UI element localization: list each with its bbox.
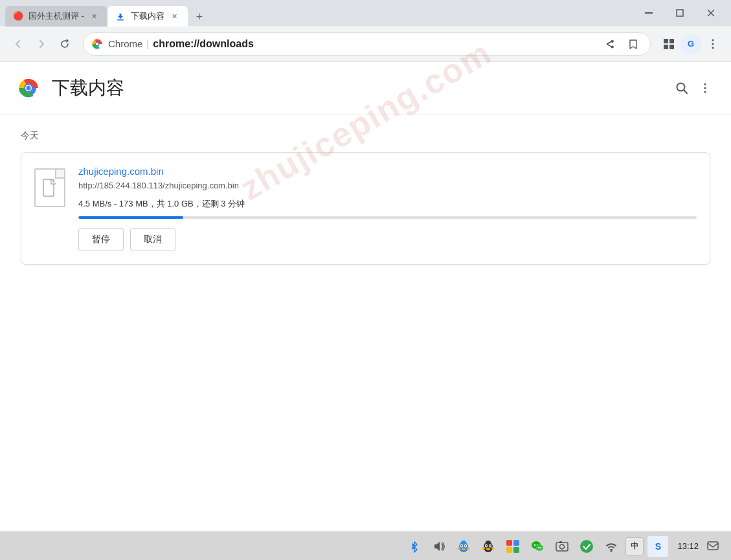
sogou-icon[interactable]: S xyxy=(647,536,668,557)
restore-button[interactable] xyxy=(665,4,695,22)
svg-point-54 xyxy=(540,547,541,548)
svg-point-25 xyxy=(704,91,706,93)
address-bar[interactable]: Chrome | chrome://downloads xyxy=(83,32,651,56)
extensions-button[interactable] xyxy=(658,34,679,54)
qq-icon-1[interactable] xyxy=(453,536,474,557)
close-button[interactable] xyxy=(696,4,726,22)
back-button[interactable] xyxy=(8,34,28,54)
svg-point-13 xyxy=(712,39,714,41)
svg-point-39 xyxy=(486,545,487,546)
svg-point-30 xyxy=(461,545,462,546)
svg-rect-46 xyxy=(513,540,519,546)
search-button[interactable] xyxy=(671,78,692,98)
chrome-icon xyxy=(91,38,103,50)
titlebar: 🔴 国外主机测评 - ✕ 下载内容 ✕ + xyxy=(0,0,731,26)
check-icon[interactable] xyxy=(576,536,597,557)
page-title: 下载内容 xyxy=(52,76,124,100)
svg-rect-12 xyxy=(669,45,674,49)
svg-rect-1 xyxy=(645,12,653,14)
svg-point-56 xyxy=(560,544,565,549)
navbar: Chrome | chrome://downloads G xyxy=(0,26,731,62)
progress-bar-fill xyxy=(78,216,183,219)
qq-icon-2[interactable] xyxy=(478,536,499,557)
profile-button[interactable]: G xyxy=(680,34,701,54)
chrome-logo xyxy=(16,75,41,101)
new-tab-button[interactable]: + xyxy=(190,8,208,26)
svg-point-40 xyxy=(489,545,491,546)
wifi-icon[interactable] xyxy=(601,536,622,557)
svg-rect-9 xyxy=(664,39,668,43)
minimize-button[interactable] xyxy=(634,4,664,22)
svg-rect-48 xyxy=(513,547,519,553)
header-actions xyxy=(671,78,715,98)
more-options-button[interactable] xyxy=(695,78,715,98)
svg-rect-2 xyxy=(677,10,683,16)
svg-point-41 xyxy=(486,548,490,550)
download-url: http://185.244.180.113/zhujiceping.com.b… xyxy=(78,181,697,190)
volume-icon[interactable] xyxy=(429,536,449,557)
svg-rect-45 xyxy=(506,540,512,546)
svg-rect-10 xyxy=(669,39,674,43)
svg-point-31 xyxy=(465,545,466,546)
tab-inactive-favicon: 🔴 xyxy=(13,11,23,21)
pause-button[interactable]: 暂停 xyxy=(78,228,124,251)
taskbar-time: 13:12 xyxy=(677,541,699,551)
tab-active-close[interactable]: ✕ xyxy=(170,11,180,21)
notification-icon[interactable] xyxy=(703,536,723,557)
svg-point-50 xyxy=(534,544,535,545)
taskbar-icons: 中 S 13:12 xyxy=(404,536,723,557)
camera-icon[interactable] xyxy=(552,536,572,557)
address-downloads-label: chrome://downloads xyxy=(153,38,254,50)
svg-point-8 xyxy=(96,43,98,45)
reload-button[interactable] xyxy=(54,34,75,54)
color-icon[interactable] xyxy=(502,536,523,557)
svg-point-24 xyxy=(704,87,706,89)
svg-point-20 xyxy=(27,86,31,91)
window-controls xyxy=(634,4,726,26)
tab-active-favicon xyxy=(115,11,126,21)
svg-rect-55 xyxy=(556,543,568,551)
svg-rect-11 xyxy=(664,45,668,49)
downloads-content: 今天 zhujiceping.com.bin http://185.244.18… xyxy=(0,115,731,280)
tab-active-title: 下载内容 xyxy=(131,10,164,22)
downloads-title-area: 下载内容 xyxy=(16,75,124,101)
svg-point-14 xyxy=(712,43,714,45)
bluetooth-icon[interactable] xyxy=(404,536,425,557)
address-text: Chrome | chrome://downloads xyxy=(108,38,596,50)
menu-button[interactable] xyxy=(703,34,723,54)
downloads-header: 下载内容 xyxy=(0,62,731,115)
tab-inactive[interactable]: 🔴 国外主机测评 - ✕ xyxy=(5,6,107,27)
svg-point-32 xyxy=(462,548,466,550)
forward-button[interactable] xyxy=(31,34,52,54)
svg-rect-57 xyxy=(559,541,562,543)
svg-point-15 xyxy=(712,47,714,49)
download-info: zhujiceping.com.bin http://185.244.180.1… xyxy=(78,166,697,251)
date-label: 今天 xyxy=(21,130,710,142)
share-button[interactable] xyxy=(601,35,619,53)
svg-line-22 xyxy=(684,90,687,93)
svg-point-35 xyxy=(461,541,466,544)
download-actions: 暂停 取消 xyxy=(78,228,697,251)
svg-rect-47 xyxy=(506,547,512,553)
download-speed: 4.5 MB/s - 173 MB，共 1.0 GB，还剩 3 分钟 xyxy=(78,198,697,210)
bookmark-button[interactable] xyxy=(624,35,642,53)
tab-inactive-close[interactable]: ✕ xyxy=(89,11,100,21)
svg-point-59 xyxy=(611,550,613,552)
file-icon xyxy=(34,168,65,207)
download-card: zhujiceping.com.bin http://185.244.180.1… xyxy=(21,152,710,265)
svg-point-44 xyxy=(486,541,491,544)
input-method-indicator[interactable]: 中 xyxy=(625,537,644,555)
wechat-icon[interactable] xyxy=(527,536,548,557)
download-filename[interactable]: zhujiceping.com.bin xyxy=(78,166,697,177)
svg-point-23 xyxy=(704,84,706,85)
taskbar: 中 S 13:12 xyxy=(0,532,731,560)
tab-active[interactable]: 下载内容 ✕ xyxy=(107,6,188,27)
svg-point-53 xyxy=(538,547,539,548)
svg-rect-0 xyxy=(117,19,124,21)
progress-bar-container xyxy=(78,216,697,219)
address-chrome-label: Chrome xyxy=(108,38,142,49)
nav-right: G xyxy=(658,34,723,54)
cancel-button[interactable]: 取消 xyxy=(130,228,175,251)
svg-point-58 xyxy=(580,540,593,553)
main-content: zhujiceping.com 下载内容 xyxy=(0,62,731,532)
